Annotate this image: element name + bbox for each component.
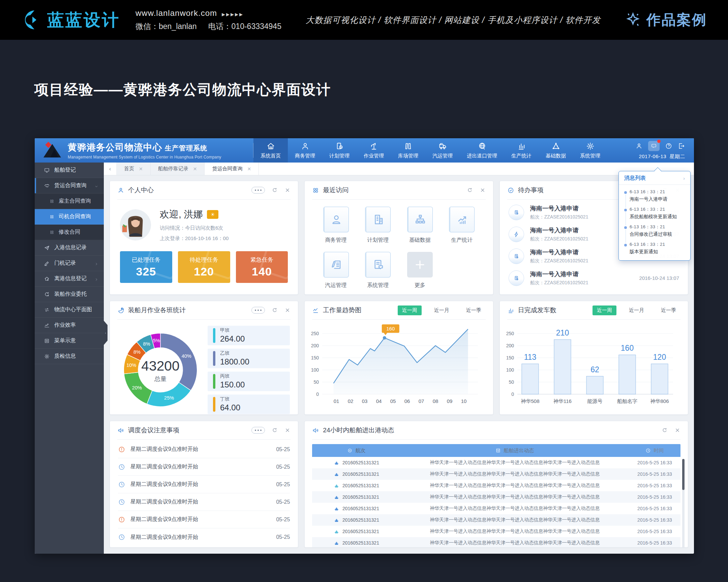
table-row-7[interactable]: 20160525131321 神华天津一号进入动态信息神华天津一号进入动态信息神… (312, 526, 680, 537)
table-row-8[interactable]: 20160525131321 神华天津一号进入动态信息神华天津一号进入动态信息神… (312, 537, 680, 548)
table-row-4[interactable]: 20160525131321 神华天津一号进入动态信息神华天津一号进入动态信息神… (312, 491, 680, 503)
bar[interactable] (522, 364, 539, 394)
meeting-row-3[interactable]: 星期二调度会议9点准时开始05-25 (118, 476, 290, 493)
help-icon[interactable] (665, 142, 672, 150)
sidebar-item-7[interactable]: 物流中心平面图 (35, 302, 104, 318)
close-icon[interactable] (674, 427, 680, 433)
stat-card-3[interactable]: 紧急任务140 (236, 251, 288, 283)
range-button-3[interactable]: 近一季 (656, 305, 680, 315)
sidebar-item-1[interactable]: 船舶登记 (35, 162, 104, 178)
refresh-icon[interactable] (661, 427, 668, 433)
nav-item-9[interactable]: 基础数据 (539, 138, 573, 162)
sidebar-item-3[interactable]: 入港信息记录 (35, 240, 104, 256)
tab-1[interactable]: 首页✕ (116, 162, 151, 175)
nav-item-3[interactable]: 计划管理 (322, 138, 357, 162)
stat-card-2[interactable]: 待处理任务120 (178, 251, 230, 283)
recent-item-2[interactable]: 计划管理 (357, 207, 399, 244)
nav-item-4[interactable]: 作业管理 (357, 138, 391, 162)
messages-button[interactable] (648, 141, 659, 151)
nav-item-2[interactable]: 商务管理 (288, 138, 322, 162)
nav-item-6[interactable]: 汽运管理 (425, 138, 460, 162)
popup-expand-chevron-icon[interactable]: › (683, 176, 685, 181)
tab-close-icon[interactable]: ✕ (247, 166, 251, 172)
table-row-6[interactable]: 20160525131321 神华天津一号进入动态信息神华天津一号进入动态信息神… (312, 514, 680, 526)
tab-close-icon[interactable]: ✕ (193, 166, 197, 172)
nav-item-10[interactable]: 系统管理 (573, 138, 607, 162)
sidebar-item-8[interactable]: 作业效率 (35, 318, 104, 333)
refresh-icon[interactable] (272, 427, 278, 433)
table-row-3[interactable]: 20160525131321 神华天津一号进入动态信息神华天津一号进入动态信息神… (312, 480, 680, 491)
message-item-2[interactable]: 6-13 16：33：21系统船舶模块更新通知 (622, 204, 685, 222)
bar[interactable] (587, 376, 603, 394)
stat-card-1[interactable]: 已处理任务325 (120, 251, 172, 283)
sidebar-subitem-3[interactable]: 修改合同 (35, 225, 104, 240)
meeting-row-5[interactable]: 星期二调度会议9点准时开始05-25 (118, 511, 290, 528)
refresh-icon[interactable] (467, 187, 473, 193)
close-icon[interactable] (284, 187, 290, 193)
table-scrollbar[interactable] (682, 459, 684, 548)
tab-close-icon[interactable]: ✕ (139, 166, 143, 172)
bar[interactable] (651, 364, 668, 394)
sidebar-item-4[interactable]: 门机记录 (35, 256, 104, 271)
range-button-2[interactable]: 近一月 (430, 305, 454, 315)
recent-item-1[interactable]: 商务管理 (315, 207, 357, 244)
nav-item-label: 计划管理 (329, 153, 349, 159)
user-icon[interactable] (635, 142, 643, 150)
range-button-2[interactable]: 近一月 (625, 305, 648, 315)
donut-segment[interactable] (147, 382, 191, 407)
range-button-1[interactable]: 近一周 (593, 305, 617, 315)
sidebar-subitem-2[interactable]: 司机合同查询 (35, 209, 104, 225)
recent-item-3[interactable]: 基础数据 (399, 207, 441, 244)
nav-item-5[interactable]: 库场管理 (391, 138, 425, 162)
close-icon[interactable] (479, 187, 486, 193)
recent-item-7[interactable]: 更多 (399, 252, 441, 289)
sidebar-item-2[interactable]: 货运合同查询 (35, 178, 104, 194)
ship-movements-table: 航次船舶进出动态时间 20160525131321 神华天津一号进入动态信息神华… (312, 444, 680, 548)
close-icon[interactable] (284, 307, 290, 313)
recent-item-5[interactable]: 汽运管理 (315, 252, 357, 289)
meeting-row-1[interactable]: 星期二调度会议9点准时开始05-25 (118, 441, 290, 458)
tab-2[interactable]: 船舶停靠记录✕ (151, 162, 205, 175)
message-item-3[interactable]: 6-13 16：33：21合同修改已通过审核 (622, 222, 685, 239)
bar-category-label: 神华116 (553, 398, 572, 404)
logout-icon[interactable] (678, 142, 685, 150)
tabs-back-chevron-icon[interactable]: ‹ (104, 162, 116, 175)
table-row-2[interactable]: 20160525131321 神华天津一号进入动态信息神华天津一号进入动态信息神… (312, 469, 680, 480)
more-options-button[interactable] (252, 307, 265, 313)
sidebar-item-5[interactable]: 离港信息登记 (35, 271, 104, 287)
meeting-row-2[interactable]: 星期二调度会议9点准时开始05-25 (118, 458, 290, 476)
sidebar-subitem-1[interactable]: 雇主合同查询 (35, 194, 104, 209)
close-icon[interactable] (284, 427, 290, 433)
nav-item-7[interactable]: 进出道口管理 (460, 138, 504, 162)
table-row-1[interactable]: 20160525131321 神华天津一号进入动态信息神华天津一号进入动态信息神… (312, 457, 680, 469)
meeting-row-6[interactable]: 星期二调度会议9点准时开始05-25 (118, 528, 290, 546)
table-row-5[interactable]: 20160525131321 神华天津一号进入动态信息神华天津一号进入动态信息神… (312, 503, 680, 514)
refresh-icon[interactable] (272, 307, 278, 313)
more-options-button[interactable] (252, 187, 265, 194)
site-url[interactable]: www.lanlanwork.com (135, 8, 217, 18)
more-options-button[interactable] (252, 427, 265, 434)
range-button-3[interactable]: 近一季 (462, 305, 486, 315)
donut-segment-label: 5% (153, 338, 160, 343)
message-item-1[interactable]: 6-13 16：33：21海南一号入港申请 (622, 187, 685, 204)
recent-item-6[interactable]: 系统管理 (357, 252, 399, 289)
tab-3[interactable]: 货运合同查询✕ (205, 162, 259, 175)
recent-item-4[interactable]: 生产统计 (441, 207, 483, 244)
svg-text:02: 02 (348, 398, 354, 404)
bar[interactable] (619, 355, 636, 394)
nav-item-1[interactable]: 系统首页 (254, 138, 288, 162)
todo-row-4[interactable]: 海南一号入港申请船次：ZZASE20161025021 2016-10-24 1… (509, 267, 679, 289)
bar[interactable] (554, 339, 571, 394)
sidebar-item-10[interactable]: 质检信息 (35, 349, 104, 364)
sidebar-item-6[interactable]: 装船作业委托 (35, 287, 104, 302)
donut-segment-label: 40% (182, 353, 191, 359)
meeting-row-4[interactable]: 星期二调度会议9点准时开始05-25 (118, 493, 290, 511)
highlight-point[interactable] (383, 336, 386, 339)
nav-item-8[interactable]: 生产统计 (504, 138, 539, 162)
sidebar-item-9[interactable]: 菜单示意 (35, 333, 104, 349)
url-arrows-icon: ▶▶▶▶▶ (222, 12, 244, 17)
message-item-4[interactable]: 6-13 16：33：21版本更新通知 (622, 239, 685, 257)
range-button-1[interactable]: 近一周 (398, 305, 422, 315)
scrollbar-thumb[interactable] (682, 459, 684, 490)
refresh-icon[interactable] (272, 187, 278, 193)
